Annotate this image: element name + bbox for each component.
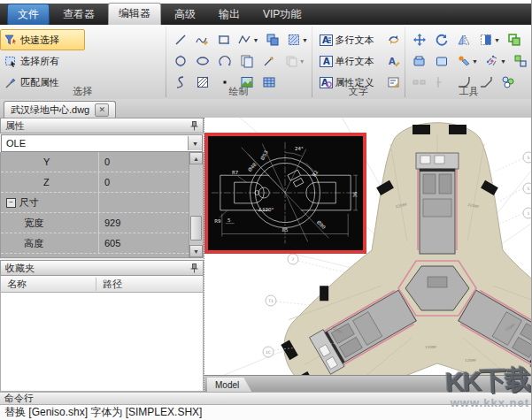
status-bar: 替换 [Geniso.shx] 字体为 [SIMPLEX.SHX] [0,405,532,420]
scroll-down-icon[interactable]: ▼ [189,245,203,257]
dropdown-arrow-icon: ▼ [472,58,478,65]
draw-polyline-button[interactable]: ▼ [235,30,262,50]
disabled-sheets-icon [284,54,298,68]
main-area: 属性 OLE ▼ Y 0 Z 0 −尺寸 [0,118,532,392]
dim-label: ∠120° [258,207,274,212]
move-icon [412,33,427,47]
property-value[interactable]: 929 [98,213,189,233]
object-type-selector[interactable]: OLE ▼ [1,134,203,152]
property-group-label: 尺寸 [19,196,39,210]
ribbon-group-tools: ▼ ▼ ▼ 工具 [405,25,532,99]
drawing-canvas[interactable]: 220M² 220M² 120M² 120M² 120M² 120M² 7 [204,118,531,375]
property-group-size[interactable]: −尺寸 [1,193,189,213]
draw-sketch-button[interactable] [191,30,212,50]
grid-bubble: 5 [523,183,531,194]
menu-tab-file[interactable]: 文件 [7,4,50,26]
mtext-icon: A [320,34,333,46]
arc-icon [218,54,232,68]
circle-icon [173,54,188,68]
pin-icon[interactable] [190,121,198,131]
paste-block-button[interactable] [409,51,431,71]
plan-room-label: 120M² [425,345,437,349]
copy-overlap-button[interactable] [504,30,526,50]
property-value[interactable]: 605 [98,233,189,253]
menu-bar: 文件 查看器 编辑器 高级 输出 VIP功能 [0,4,532,25]
array-button[interactable] [510,51,532,71]
property-label: 宽度 [1,217,98,230]
svg-text:7: 7 [292,257,295,262]
mtext-button[interactable]: A 多行文本 [315,29,382,50]
draw-insert-block-button[interactable] [262,30,283,50]
draw-region-button[interactable]: ▼ [283,30,311,50]
property-value[interactable]: 0 [98,152,189,172]
favorites-col-path[interactable]: 路径 [96,278,203,291]
menu-tab-viewer[interactable]: 查看器 [53,4,104,25]
document-tab-title: 武汉绿地中心.dwg [11,103,89,117]
draw-circle-button[interactable] [170,51,192,71]
draw-extra-button[interactable]: ▼ [281,51,309,71]
single-text-icon: A [320,56,333,67]
erase-button[interactable]: ▼ [453,51,482,71]
chevron-down-icon[interactable]: ▼ [188,136,202,150]
favorites-col-name[interactable]: 名称 [1,278,96,291]
scroll-up-icon[interactable]: ▲ [189,152,203,164]
move-button[interactable] [409,30,431,50]
erase-icon [457,54,471,68]
scrollbar-thumb[interactable] [190,216,202,241]
plan-room-label: 120M² [465,358,477,363]
mirror-button[interactable] [453,30,475,50]
draw-rectangle-button[interactable] [212,30,234,50]
properties-panel-header: 属性 [0,118,204,134]
favorites-list-empty[interactable] [0,293,204,392]
property-value [98,193,189,212]
ribbon-group-text: A 多行文本 A 单行文本 A A 属性定义 文字 [312,25,405,99]
ellipse-icon [196,54,210,68]
property-row-height: 高度 605 [1,233,189,254]
svg-text:1: 1 [528,211,530,216]
rotate-button[interactable] [431,30,453,50]
select-all-button[interactable]: 选择所有 [0,50,85,72]
scale-button[interactable]: ▼ [475,30,504,50]
property-row-z: Z 0 [1,172,189,193]
command-line-panel[interactable]: 命令行 [0,392,532,405]
draw-arc-button[interactable] [214,51,236,71]
draw-copy-entity-button[interactable] [236,51,258,71]
region-icon [287,33,301,47]
draw-group-label: 绘制 [166,85,312,98]
menu-tab-output[interactable]: 输出 [209,4,250,25]
model-tab[interactable]: Model [207,378,251,392]
draw-ellipse-button[interactable] [192,51,214,71]
draw-dimension-button[interactable] [258,51,281,71]
new-block-button[interactable] [431,51,453,71]
document-tab[interactable]: 武汉绿地中心.dwg ✕ [4,101,116,118]
insert-block-icon [266,33,280,47]
property-label: 高度 [1,237,98,250]
dropdown-arrow-icon: ▼ [302,37,308,43]
sketch-icon [195,33,209,47]
paste-block-icon [412,54,427,68]
draw-line-button[interactable] [170,30,191,50]
select-all-icon [4,55,18,68]
find-replace-button[interactable] [382,30,405,50]
property-value[interactable]: 0 [98,172,189,192]
single-text-button[interactable]: A 单行文本 [315,50,382,72]
property-label: Y [1,157,98,167]
detail-view-inset[interactable]: Ø53 Ø48 Ø80 24° R2 R7 R9 ∠120° 85 36 5 [204,133,366,254]
dim-label: 24° [295,146,304,151]
close-tab-icon[interactable]: ✕ [95,103,109,117]
cad-application-window: 文件 查看器 编辑器 高级 输出 VIP功能 快速选择 选择所有 匹配属性 [0,0,532,420]
menu-tab-editor[interactable]: 编辑器 [108,3,161,26]
edit-text-icon: A [388,55,400,67]
menu-tab-vip[interactable]: VIP功能 [253,4,311,25]
quick-select-button[interactable]: 快速选择 [0,29,85,50]
dimension-icon [262,54,276,68]
ribbon-group-select: 快速选择 选择所有 匹配属性 块编辑器 快速实体导入 [0,25,166,99]
pin-icon[interactable] [190,263,198,273]
svg-text:A: A [322,35,329,45]
collapse-icon[interactable]: − [6,198,16,208]
edit-text-button[interactable]: A [382,51,405,71]
properties-scrollbar[interactable]: ▲ ▼ [189,152,203,257]
explode-button[interactable]: ▼ [482,51,510,71]
menu-tab-advanced[interactable]: 高级 [165,4,205,25]
copy-overlap-icon [507,33,521,47]
